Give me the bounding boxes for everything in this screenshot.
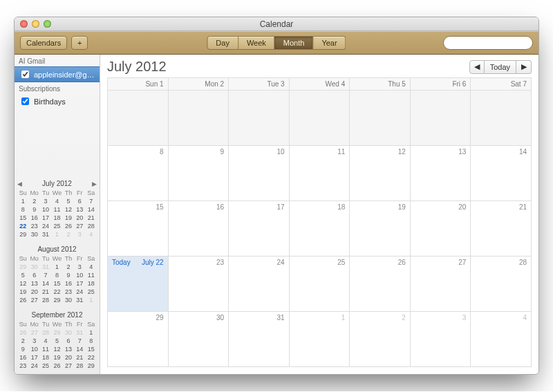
next-month-button[interactable]: ▶ (516, 60, 532, 74)
minical-day[interactable]: 4 (86, 263, 97, 271)
minical-day[interactable]: 27 (74, 222, 85, 230)
minical-day[interactable]: 9 (28, 205, 39, 214)
minical-day[interactable]: 27 (63, 362, 74, 370)
minical-day[interactable]: 28 (86, 222, 97, 230)
minical-day[interactable]: 19 (51, 353, 62, 362)
minical-day[interactable]: 29 (17, 230, 28, 239)
day-cell[interactable]: 2 (350, 312, 411, 367)
day-cell[interactable]: 15 (108, 201, 169, 256)
minical-day[interactable]: 9 (17, 345, 28, 353)
minical-day[interactable]: 11 (40, 345, 51, 353)
day-cell[interactable]: 25 (289, 256, 350, 312)
minical-day[interactable]: 15 (17, 214, 28, 222)
minical-day[interactable]: 24 (74, 288, 85, 296)
minical-day[interactable]: 12 (51, 345, 62, 353)
minical-day[interactable]: 3 (40, 197, 51, 205)
calendars-button[interactable]: Calendars (20, 36, 67, 50)
day-cell[interactable]: 27 (410, 256, 471, 312)
minical-day[interactable]: 10 (40, 205, 51, 214)
minical-day[interactable]: 25 (40, 362, 51, 370)
minical-day[interactable]: 27 (28, 296, 39, 304)
minical-day[interactable]: 28 (40, 328, 51, 337)
day-cell[interactable]: 14 (471, 146, 532, 201)
day-cell[interactable]: 21 (471, 201, 532, 256)
minical-day[interactable]: 4 (40, 337, 51, 345)
day-cell[interactable] (168, 91, 229, 146)
minical-day[interactable]: 27 (28, 328, 39, 337)
sidebar-item[interactable]: Birthdays (15, 94, 100, 109)
minical-day[interactable]: 26 (17, 328, 28, 337)
minical-day[interactable]: 29 (86, 362, 97, 370)
day-cell[interactable] (229, 91, 290, 146)
day-cell[interactable]: 31 (229, 312, 290, 367)
minical-day[interactable]: 1 (51, 230, 62, 239)
minical-day[interactable]: 13 (28, 279, 39, 288)
day-cell[interactable]: 28 (471, 256, 532, 312)
minical-day[interactable]: 3 (74, 263, 85, 271)
minical-day[interactable]: 7 (40, 271, 51, 279)
minical-day[interactable]: 6 (28, 271, 39, 279)
minical-day[interactable]: 21 (86, 214, 97, 222)
day-cell[interactable]: 24 (229, 256, 290, 312)
minical-day[interactable]: 26 (63, 222, 74, 230)
minical-day[interactable]: 17 (40, 214, 51, 222)
minical-day[interactable]: 11 (51, 205, 62, 214)
minical-prev-button[interactable]: ◀ (17, 180, 22, 187)
calendar-checkbox[interactable] (21, 97, 29, 105)
minical-day[interactable]: 6 (63, 337, 74, 345)
minical-day[interactable]: 28 (74, 362, 85, 370)
minical-day[interactable]: 5 (63, 197, 74, 205)
minical-day[interactable]: 19 (17, 288, 28, 296)
view-tab-week[interactable]: Week (238, 36, 275, 50)
minical-day[interactable]: 12 (17, 279, 28, 288)
day-cell[interactable]: 9 (168, 146, 229, 201)
minical-day[interactable]: 21 (40, 288, 51, 296)
minical-day[interactable]: 29 (51, 296, 62, 304)
minical-day[interactable]: 6 (74, 197, 85, 205)
minical-day[interactable]: 7 (74, 337, 85, 345)
minical-day[interactable]: 18 (40, 353, 51, 362)
day-cell[interactable]: 29 (108, 312, 169, 367)
minical-day[interactable]: 2 (17, 337, 28, 345)
minical-day[interactable]: 1 (86, 296, 97, 304)
day-cell[interactable]: 20 (410, 201, 471, 256)
day-cell[interactable]: TodayJuly 22 (108, 256, 169, 312)
minical-day[interactable]: 15 (86, 345, 97, 353)
minical-day[interactable]: 4 (51, 197, 62, 205)
minical-day[interactable]: 22 (51, 288, 62, 296)
search-field[interactable] (443, 36, 533, 50)
minical-day[interactable]: 1 (17, 197, 28, 205)
day-cell[interactable] (350, 91, 411, 146)
minical-day[interactable]: 16 (28, 214, 39, 222)
minical-day[interactable]: 31 (74, 296, 85, 304)
minical-day[interactable]: 3 (74, 230, 85, 239)
view-tab-month[interactable]: Month (275, 36, 314, 50)
minical-day[interactable]: 17 (74, 279, 85, 288)
minical-day[interactable]: 30 (63, 328, 74, 337)
day-cell[interactable] (108, 91, 169, 146)
day-cell[interactable]: 10 (229, 146, 290, 201)
minical-day[interactable]: 16 (17, 353, 28, 362)
minical-day[interactable]: 17 (28, 353, 39, 362)
minical-day[interactable]: 19 (63, 214, 74, 222)
minical-day[interactable]: 14 (74, 345, 85, 353)
minical-day[interactable]: 14 (86, 205, 97, 214)
minical-day[interactable]: 31 (74, 328, 85, 337)
day-cell[interactable]: 8 (108, 146, 169, 201)
minical-day[interactable]: 5 (51, 337, 62, 345)
minical-day[interactable]: 4 (86, 230, 97, 239)
day-cell[interactable]: 19 (350, 201, 411, 256)
minical-day[interactable]: 9 (63, 271, 74, 279)
minical-day[interactable]: 24 (40, 222, 51, 230)
minical-day[interactable]: 25 (86, 288, 97, 296)
day-cell[interactable]: 17 (229, 201, 290, 256)
minical-day[interactable]: 18 (86, 279, 97, 288)
minical-day[interactable]: 13 (63, 345, 74, 353)
minical-day[interactable]: 23 (17, 362, 28, 370)
minical-day[interactable]: 22 (86, 353, 97, 362)
sidebar-item[interactable]: appleinsider@gm... (15, 66, 100, 82)
minical-day[interactable]: 10 (74, 271, 85, 279)
day-cell[interactable]: 26 (350, 256, 411, 312)
minical-day[interactable]: 8 (51, 271, 62, 279)
minical-day[interactable]: 25 (51, 222, 62, 230)
